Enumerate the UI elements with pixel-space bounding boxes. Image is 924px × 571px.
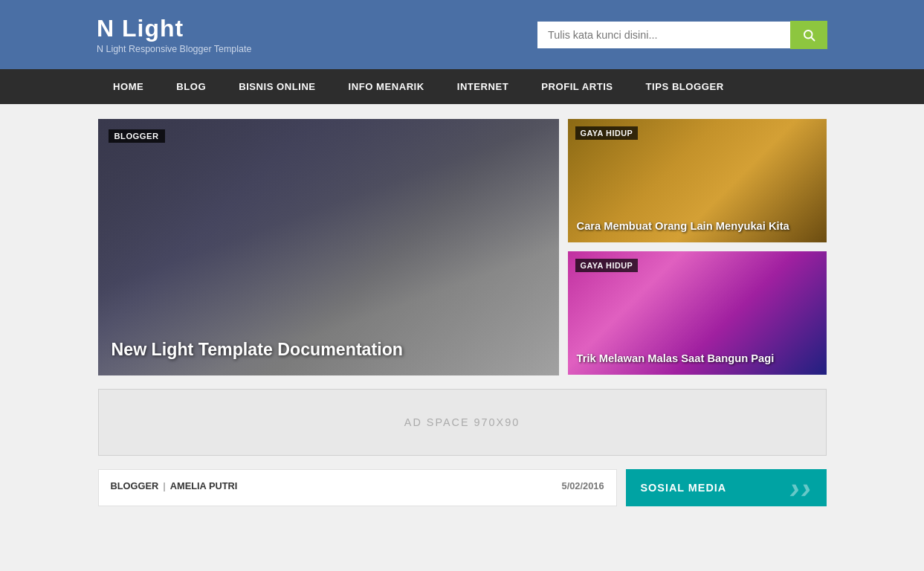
search-bar — [537, 21, 827, 49]
nav-item-info-menarik[interactable]: INFO MENARIK — [332, 69, 441, 104]
side-post-1-title: Cara Membuat Orang Lain Menyukai Kita — [577, 219, 818, 233]
side-post-2[interactable]: GAYA HIDUP Trik Melawan Malas Saat Bangu… — [568, 251, 827, 375]
search-icon — [802, 28, 815, 42]
bottom-article: BLOGGER | AMELIA PUTRI 5/02/2016 — [98, 469, 617, 506]
nav-item-blog[interactable]: BLOG — [160, 69, 222, 104]
brand: N Light N Light Responsive Blogger Templ… — [97, 15, 251, 54]
search-button[interactable] — [790, 21, 827, 49]
side-post-2-badge: GAYA HIDUP — [575, 259, 639, 272]
article-date: 5/02/2016 — [562, 480, 604, 491]
chevron-right-icon: ›› — [787, 473, 814, 503]
sosial-media-label: SOSIAL MEDIA — [641, 482, 727, 494]
featured-main-image — [98, 119, 559, 375]
article-separator: | — [163, 480, 166, 491]
svg-line-1 — [811, 37, 814, 40]
nav-item-profil-artis[interactable]: PROFIL ARTIS — [525, 69, 629, 104]
nav-item-internet[interactable]: INTERNET — [441, 69, 526, 104]
article-author[interactable]: AMELIA PUTRI — [170, 480, 238, 491]
nav-item-bisnis-online[interactable]: BISNIS ONLINE — [222, 69, 332, 104]
sosial-media-box[interactable]: SOSIAL MEDIA ›› — [626, 469, 827, 506]
main-content: BLOGGER New Light Template Documentation… — [98, 104, 827, 521]
header: N Light N Light Responsive Blogger Templ… — [0, 0, 924, 69]
site-title[interactable]: N Light — [97, 15, 251, 42]
bottom-row: BLOGGER | AMELIA PUTRI 5/02/2016 SOSIAL … — [98, 469, 827, 506]
article-category[interactable]: BLOGGER — [111, 480, 159, 491]
article-meta-left: BLOGGER | AMELIA PUTRI — [111, 480, 238, 491]
featured-main-title: New Light Template Documentation — [112, 338, 546, 361]
featured-main-post[interactable]: BLOGGER New Light Template Documentation — [98, 119, 559, 375]
featured-side: GAYA HIDUP Cara Membuat Orang Lain Menyu… — [568, 119, 827, 375]
featured-grid: BLOGGER New Light Template Documentation… — [98, 119, 827, 375]
featured-main-badge: BLOGGER — [109, 129, 165, 143]
site-subtitle: N Light Responsive Blogger Template — [97, 44, 251, 54]
ad-space: AD SPACE 970X90 — [98, 389, 827, 456]
search-input[interactable] — [537, 22, 790, 48]
nav-item-home[interactable]: HOME — [97, 69, 160, 104]
nav-item-tips-blogger[interactable]: TIPS BLOGGER — [630, 69, 740, 104]
article-meta: BLOGGER | AMELIA PUTRI 5/02/2016 — [111, 480, 604, 491]
main-nav: HOME BLOG BISNIS ONLINE INFO MENARIK INT… — [0, 69, 924, 104]
side-post-1[interactable]: GAYA HIDUP Cara Membuat Orang Lain Menyu… — [568, 119, 827, 242]
side-post-2-title: Trik Melawan Malas Saat Bangun Pagi — [577, 352, 818, 366]
side-post-1-badge: GAYA HIDUP — [575, 126, 639, 140]
